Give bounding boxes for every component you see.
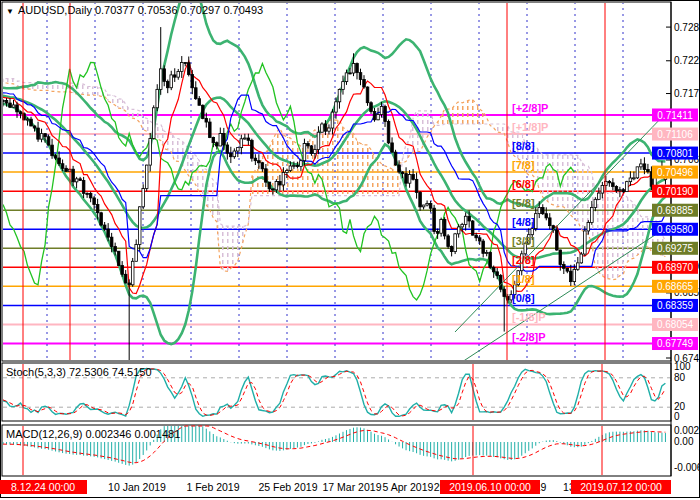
time-axis-label: 5 Apr 2019: [383, 481, 434, 493]
candle-body: [422, 205, 425, 207]
price-tick-label: 0.71755: [674, 88, 700, 99]
murrey-level-label: [7/8]: [512, 159, 535, 171]
macd-values: 0.002346 0.001481: [85, 428, 180, 440]
time-axis-label: 25 Feb 2019: [259, 481, 318, 493]
candle-body: [142, 189, 145, 207]
candle-body: [401, 172, 404, 174]
candle-body: [370, 103, 373, 112]
candle-body: [265, 169, 268, 182]
candle-body: [205, 118, 208, 122]
candle-body: [335, 102, 338, 112]
murrey-level-label: [2/8]: [512, 254, 535, 266]
candle-body: [121, 266, 124, 275]
candle-body: [492, 267, 495, 271]
candle-body: [349, 73, 352, 74]
candle-body: [93, 198, 96, 205]
stoch-indicator-label: Stoch(5,3,3) 72.5306 74.5150: [6, 366, 152, 378]
candle-body: [643, 164, 646, 170]
candle-body: [629, 178, 632, 182]
candle-body: [647, 170, 650, 172]
candle-body: [187, 63, 190, 75]
collapse-triangle-icon[interactable]: ▼: [6, 7, 14, 16]
candle-body: [107, 229, 110, 237]
candle-body: [496, 272, 499, 276]
candle-body: [131, 261, 134, 285]
candle-body: [475, 235, 478, 238]
candle-body: [194, 88, 197, 99]
candle-body: [415, 179, 418, 192]
candle-body: [145, 165, 148, 188]
candle-body: [296, 166, 299, 167]
candle-body: [152, 108, 155, 139]
candle-body: [279, 182, 282, 185]
candle-body: [261, 163, 264, 169]
candle-body: [19, 112, 22, 114]
macd-axis-label: 0.00: [674, 436, 694, 447]
candle-body: [37, 128, 40, 139]
candle-body: [100, 213, 103, 225]
price-level-badge-text: 0.70496: [657, 167, 694, 178]
candle-body: [598, 193, 601, 199]
murrey-level-label: [0/8]: [512, 292, 535, 304]
price-level-badge-text: 0.68665: [657, 281, 694, 292]
candle-body: [570, 271, 573, 281]
murrey-level-label: [-2/8]P: [512, 331, 546, 343]
candle-body: [363, 79, 366, 87]
candle-body: [345, 73, 348, 82]
candle-body: [394, 152, 397, 165]
candle-body: [286, 170, 289, 172]
candle-body: [233, 151, 236, 157]
stoch-axis-label: 100: [674, 361, 691, 372]
candle-body: [212, 137, 215, 142]
candle-body: [103, 225, 106, 229]
time-axis-label: 17 Mar 2019: [323, 481, 382, 493]
murrey-level-label: [+2/8]P: [512, 102, 548, 114]
candle-body: [86, 193, 89, 194]
candle-body: [405, 174, 408, 184]
chart-canvas[interactable]: [+2/8]P[+1/8]P[8/8][7/8][6/8][5/8][4/8][…: [0, 0, 700, 500]
candle-body: [247, 138, 250, 140]
candle-body: [254, 158, 257, 160]
time-event-badge-text: 8.12.24 00:00: [11, 481, 75, 493]
candle-body: [331, 112, 334, 128]
candle-body: [615, 187, 618, 191]
candle-body: [51, 145, 54, 156]
candle-body: [321, 124, 324, 132]
candle-body: [208, 122, 211, 137]
candle-body: [30, 119, 33, 126]
candle-body: [72, 169, 75, 182]
candle-body: [555, 230, 558, 250]
candle-body: [626, 182, 629, 192]
candle-body: [436, 231, 439, 233]
candle-body: [633, 178, 636, 179]
price-level-badge-text: 0.69580: [657, 224, 694, 235]
candle-body: [16, 105, 19, 112]
candle-body: [173, 75, 176, 77]
murrey-level-label: [-1/8]P: [512, 311, 546, 323]
candle-body: [110, 237, 113, 246]
candle-body: [54, 156, 57, 158]
candle-body: [384, 106, 387, 121]
murrey-level-label: [3/8]: [512, 235, 535, 247]
candle-body: [352, 64, 355, 73]
candle-body: [293, 166, 296, 167]
candle-body: [237, 148, 240, 151]
candle-body: [58, 158, 61, 164]
candle-body: [61, 164, 64, 169]
candle-body: [482, 241, 485, 253]
trading-chart-window: { "header": { "collapse_icon": "▼", "tit…: [0, 0, 700, 500]
candle-body: [135, 245, 138, 262]
candle-body: [531, 229, 534, 235]
candle-body: [577, 263, 580, 269]
candle-body: [587, 223, 590, 231]
candle-body: [559, 250, 562, 265]
time-axis-label: 10 Jan 2019: [108, 481, 166, 493]
stoch-axis-label: 0: [674, 411, 680, 422]
candle-body: [450, 247, 453, 252]
candle-body: [5, 100, 8, 103]
candle-body: [79, 179, 82, 181]
candle-body: [244, 138, 247, 139]
time-event-badge-text: 2019.06.10 00:00: [449, 481, 531, 493]
candle-body: [447, 236, 450, 247]
price-tick-label: 0.72280: [674, 55, 700, 66]
